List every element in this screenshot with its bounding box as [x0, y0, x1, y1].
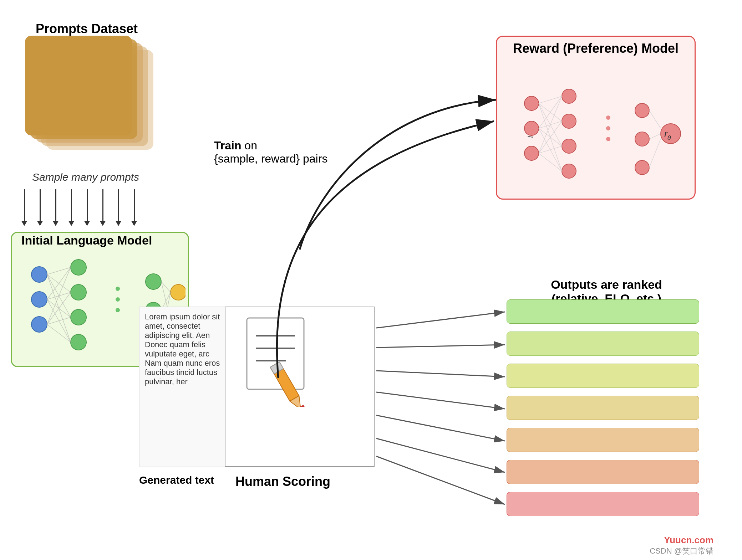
svg-point-45: [635, 132, 649, 146]
sample-prompts-text: Sample many prompts: [32, 171, 139, 183]
human-scoring-label: Human Scoring: [235, 474, 330, 489]
svg-line-15: [47, 267, 71, 274]
train-text: Train on{sample, reward} pairs: [214, 139, 327, 165]
arrow-2: [37, 189, 43, 226]
svg-point-3: [71, 260, 86, 275]
svg-point-36: [524, 146, 539, 160]
watermark-yuucn: Yuucn.com: [664, 535, 713, 546]
svg-line-63: [649, 139, 661, 168]
svg-line-19: [47, 267, 71, 299]
svg-line-59: [539, 146, 562, 153]
svg-line-26: [47, 324, 71, 342]
svg-line-58: [539, 121, 562, 153]
rank-bar-1: [507, 299, 699, 324]
generated-text-box: Lorem ipsum dolor sit amet, consectet ad…: [139, 307, 228, 467]
svg-line-49: [539, 96, 562, 103]
generated-text-content: Lorem ipsum dolor sit amet, consectet ad…: [145, 312, 220, 386]
svg-line-60: [539, 153, 562, 171]
svg-line-53: [539, 96, 562, 128]
svg-point-7: [116, 287, 120, 291]
svg-line-61: [649, 111, 661, 128]
svg-point-8: [116, 297, 120, 302]
svg-point-38: [562, 114, 576, 128]
svg-point-1: [31, 292, 47, 307]
svg-point-2: [31, 317, 47, 332]
rank-bar-3: [507, 364, 699, 388]
svg-line-24: [47, 292, 71, 324]
nn-reward-svg: text rθ: [503, 82, 685, 185]
svg-point-43: [606, 137, 610, 141]
generated-text-label: Generated text: [139, 474, 214, 486]
diagram-container: Prompts Dataset Sample many prompts Init…: [0, 0, 742, 560]
svg-point-39: [562, 139, 576, 153]
ranked-bars: [507, 299, 699, 516]
arrow-6: [100, 189, 106, 226]
svg-point-40: [562, 164, 576, 178]
svg-line-25: [47, 317, 71, 324]
human-scoring-box: [225, 307, 375, 467]
svg-point-9: [116, 308, 120, 312]
train-bold: Train: [214, 139, 241, 152]
svg-point-4: [71, 284, 86, 300]
svg-line-23: [47, 267, 71, 324]
ilm-label: Initial Language Model: [21, 233, 152, 247]
svg-point-0: [31, 267, 47, 282]
rank-bar-5: [507, 428, 699, 452]
svg-point-44: [635, 103, 649, 118]
rank-bar-2: [507, 332, 699, 356]
svg-point-10: [146, 274, 161, 289]
svg-point-37: [562, 89, 576, 103]
svg-point-42: [606, 126, 610, 130]
svg-point-34: [524, 96, 539, 111]
arrow-4: [68, 189, 74, 226]
reward-label: Reward (Preference) Model: [510, 41, 681, 56]
arrow-3: [53, 189, 59, 226]
rank-bar-7: [507, 492, 699, 516]
card-5: [25, 36, 132, 135]
arrow-8: [131, 189, 137, 226]
arrow-7: [116, 189, 121, 226]
arrow-1: [21, 189, 27, 226]
down-arrows: [21, 189, 137, 226]
rank-bar-4: [507, 396, 699, 420]
svg-point-13: [171, 284, 186, 300]
svg-point-5: [71, 309, 86, 325]
stacked-cards: [29, 39, 157, 160]
rank-bar-6: [507, 460, 699, 484]
svg-point-6: [71, 334, 86, 350]
prompts-dataset-label: Prompts Dataset: [36, 21, 138, 36]
arrow-5: [84, 189, 90, 226]
svg-rect-64: [247, 318, 304, 389]
svg-line-62: [649, 134, 661, 139]
svg-point-46: [635, 160, 649, 175]
watermark-csdn: CSDN @笑口常错: [650, 546, 713, 556]
svg-line-57: [539, 96, 562, 153]
svg-point-41: [606, 115, 610, 120]
svg-point-35: [524, 121, 539, 135]
